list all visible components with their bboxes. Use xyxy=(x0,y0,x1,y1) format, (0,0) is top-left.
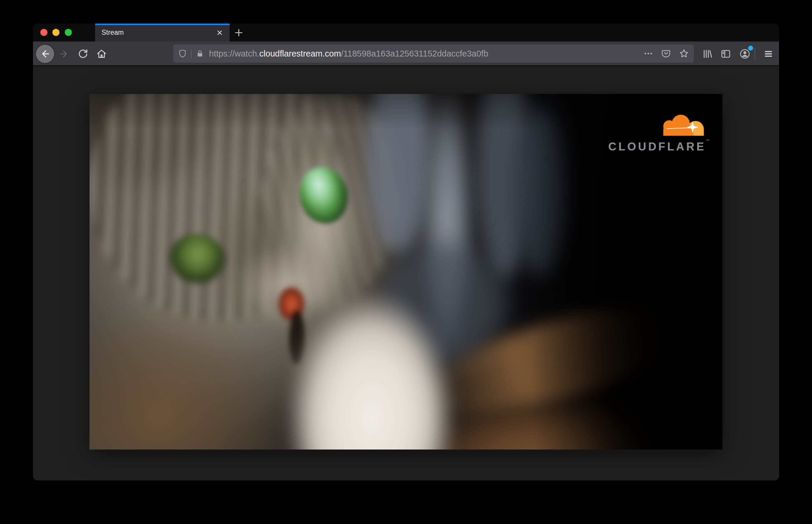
arrow-right-icon xyxy=(59,48,70,60)
tracking-protection-shield-icon[interactable] xyxy=(178,49,187,58)
address-bar[interactable]: https://watch.cloudflarestream.com/11859… xyxy=(173,45,694,63)
url-domain: cloudflarestream.com xyxy=(259,49,341,58)
titlebar[interactable]: Stream xyxy=(33,23,779,42)
sidebar-icon[interactable] xyxy=(717,45,735,63)
url-path: /118598a163a125631152ddaccfe3a0fb xyxy=(341,49,488,58)
tab-title: Stream xyxy=(101,29,214,36)
toolbar-divider xyxy=(754,48,755,60)
home-button[interactable] xyxy=(93,45,111,63)
home-icon xyxy=(96,48,107,60)
navigation-toolbar: https://watch.cloudflarestream.com/11859… xyxy=(33,42,779,66)
tab-stream[interactable]: Stream xyxy=(95,23,230,42)
back-button[interactable] xyxy=(36,45,54,63)
menu-icon[interactable] xyxy=(759,45,778,63)
forward-button[interactable] xyxy=(55,45,73,63)
browser-window: Stream xyxy=(33,23,779,480)
page-content: CLOUDFLARE™ xyxy=(33,66,779,479)
bookmark-star-icon[interactable] xyxy=(679,48,689,59)
tab-close-icon[interactable] xyxy=(214,27,226,38)
library-icon[interactable] xyxy=(698,45,716,63)
url-text[interactable]: https://watch.cloudflarestream.com/11859… xyxy=(209,49,640,59)
notification-dot xyxy=(748,46,753,51)
lock-icon[interactable] xyxy=(195,49,204,58)
cloudflare-wordmark: CLOUDFLARE™ xyxy=(608,138,705,153)
cloudflare-cloud-icon xyxy=(655,109,705,137)
new-tab-button[interactable] xyxy=(230,27,248,39)
close-window-button[interactable] xyxy=(40,29,47,36)
maximize-window-button[interactable] xyxy=(65,29,72,36)
refresh-icon xyxy=(78,48,88,60)
video-player[interactable]: CLOUDFLARE™ xyxy=(90,94,722,449)
pocket-icon[interactable] xyxy=(661,49,671,59)
account-icon[interactable] xyxy=(736,45,754,63)
active-tab-indicator xyxy=(95,23,230,25)
urlbar-divider xyxy=(191,49,192,58)
reload-button[interactable] xyxy=(74,45,92,63)
desktop-background: Stream xyxy=(0,0,812,524)
page-actions-icon[interactable] xyxy=(643,49,653,59)
arrow-left-icon xyxy=(39,48,51,60)
minimize-window-button[interactable] xyxy=(52,29,60,36)
cloudflare-logo: CLOUDFLARE™ xyxy=(608,109,705,153)
url-scheme: https://watch. xyxy=(209,49,259,58)
